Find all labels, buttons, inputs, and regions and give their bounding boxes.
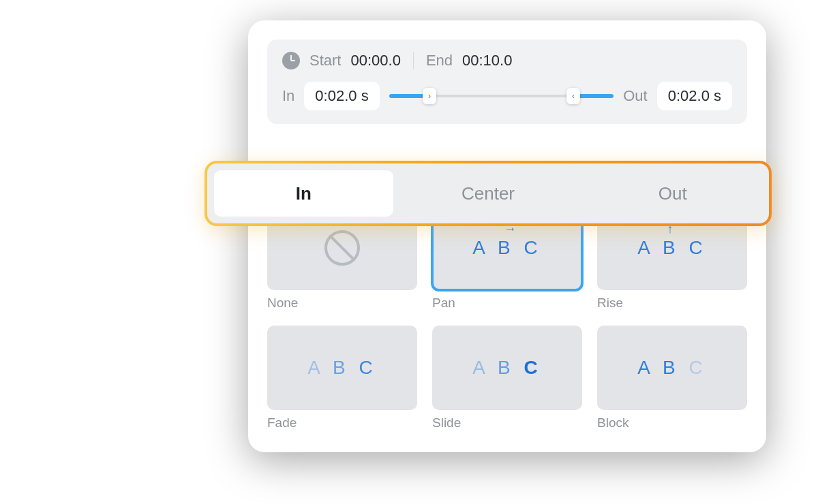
effect-thumb-block[interactable]: A B C (597, 326, 747, 410)
slider-handle-out[interactable]: ‹ (566, 88, 580, 104)
effect-label-pan: Pan (432, 296, 582, 311)
effect-cell-block: A B C Block (597, 326, 747, 430)
in-label: In (282, 87, 294, 105)
effect-thumb-slide[interactable]: A B C (432, 326, 582, 410)
slider-handle-in[interactable]: › (423, 88, 436, 104)
out-label: Out (623, 87, 647, 105)
timing-range-row: Start 00:00.0 End 00:10.0 (282, 52, 732, 69)
effect-thumb-fade[interactable]: A B C (267, 326, 417, 410)
effect-preview-pan: → A B C (472, 237, 542, 259)
duration-slider[interactable]: › ‹ (389, 94, 614, 98)
effect-preview-fade: A B C (307, 357, 377, 379)
effect-label-none: None (267, 296, 417, 311)
effects-grid: None → A B C Pan ↑ A B C Rise (267, 206, 747, 430)
effect-cell-slide: A B C Slide (432, 326, 582, 430)
none-icon (324, 230, 360, 266)
out-duration-input[interactable]: 0:02.0 s (657, 82, 732, 110)
tab-center[interactable]: Center (399, 170, 578, 217)
effect-preview-block: A B C (637, 357, 707, 379)
timing-bar: Start 00:00.0 End 00:10.0 In 0:02.0 s › … (267, 40, 747, 124)
start-value[interactable]: 00:00.0 (350, 52, 400, 69)
tabs-highlight-frame: In Center Out (204, 161, 772, 226)
effect-cell-fade: A B C Fade (267, 326, 417, 430)
effect-label-block: Block (597, 415, 747, 430)
in-duration-input[interactable]: 0:02.0 s (304, 82, 379, 110)
end-value[interactable]: 00:10.0 (462, 52, 512, 69)
divider (413, 52, 414, 69)
effect-preview-rise: ↑ A B C (637, 237, 707, 259)
start-label: Start (309, 52, 341, 69)
tab-out[interactable]: Out (583, 170, 762, 217)
end-label: End (426, 52, 453, 69)
animation-phase-tabs: In Center Out (207, 163, 769, 223)
effect-preview-slide: A B C (472, 357, 542, 379)
tab-in[interactable]: In (214, 170, 393, 217)
effect-label-fade: Fade (267, 415, 417, 430)
clock-icon (282, 52, 300, 69)
timing-duration-row: In 0:02.0 s › ‹ Out 0:02.0 s (282, 82, 732, 110)
animation-panel: Start 00:00.0 End 00:10.0 In 0:02.0 s › … (248, 20, 766, 452)
effect-label-rise: Rise (597, 296, 747, 311)
effect-label-slide: Slide (432, 415, 582, 430)
